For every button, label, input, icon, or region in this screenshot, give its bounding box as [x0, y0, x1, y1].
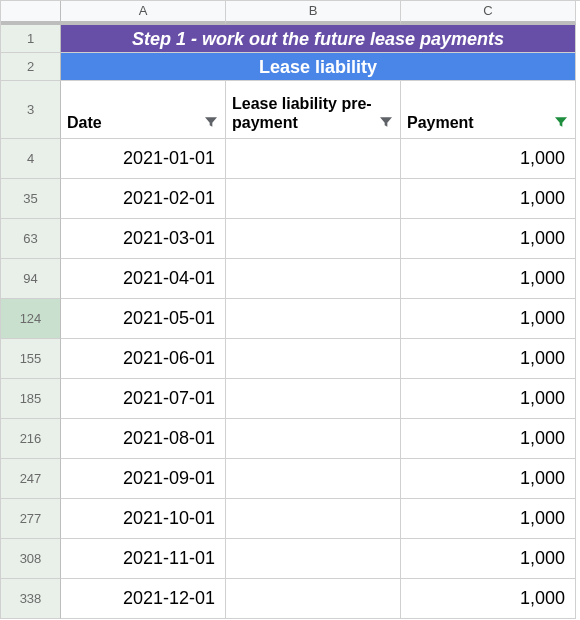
cell-date[interactable]: 2021-05-01: [61, 299, 226, 339]
cell-date[interactable]: 2021-01-01: [61, 139, 226, 179]
cell-payment[interactable]: 1,000: [401, 299, 576, 339]
header-payment-label: Payment: [407, 113, 549, 132]
filter-icon[interactable]: [203, 114, 219, 130]
cell-payment[interactable]: 1,000: [401, 259, 576, 299]
cell-payment[interactable]: 1,000: [401, 459, 576, 499]
cell-pre-payment[interactable]: [226, 419, 401, 459]
filter-icon[interactable]: [378, 114, 394, 130]
table-row: 1552021-06-011,000: [1, 339, 580, 379]
column-header-row: A B C: [1, 1, 580, 25]
table-row: 2162021-08-011,000: [1, 419, 580, 459]
cell-pre-payment[interactable]: [226, 499, 401, 539]
header-date[interactable]: Date: [61, 81, 226, 139]
row-header[interactable]: 63: [1, 219, 61, 259]
cell-date[interactable]: 2021-11-01: [61, 539, 226, 579]
table-row: 942021-04-011,000: [1, 259, 580, 299]
table-row: 2472021-09-011,000: [1, 459, 580, 499]
cell-date[interactable]: 2021-10-01: [61, 499, 226, 539]
table-row: 352021-02-011,000: [1, 179, 580, 219]
cell-date[interactable]: 2021-04-01: [61, 259, 226, 299]
header-pre-payment-label: Lease liability pre-payment: [232, 94, 374, 132]
row-header[interactable]: 124: [1, 299, 61, 339]
cell-payment[interactable]: 1,000: [401, 139, 576, 179]
row-header-1[interactable]: 1: [1, 25, 61, 53]
cell-payment[interactable]: 1,000: [401, 579, 576, 619]
cell-payment[interactable]: 1,000: [401, 419, 576, 459]
header-payment[interactable]: Payment: [401, 81, 576, 139]
cell-date[interactable]: 2021-06-01: [61, 339, 226, 379]
row-header[interactable]: 94: [1, 259, 61, 299]
cell-pre-payment[interactable]: [226, 179, 401, 219]
cell-payment[interactable]: 1,000: [401, 179, 576, 219]
step-title-cell[interactable]: Step 1 - work out the future lease payme…: [61, 25, 576, 53]
header-date-label: Date: [67, 113, 199, 132]
cell-payment[interactable]: 1,000: [401, 499, 576, 539]
spreadsheet: A B C 1 Step 1 - work out the future lea…: [0, 0, 580, 619]
table-row: 3382021-12-011,000: [1, 579, 580, 619]
cell-date[interactable]: 2021-03-01: [61, 219, 226, 259]
cell-pre-payment[interactable]: [226, 259, 401, 299]
cell-pre-payment[interactable]: [226, 579, 401, 619]
cell-pre-payment[interactable]: [226, 339, 401, 379]
cell-payment[interactable]: 1,000: [401, 379, 576, 419]
cell-pre-payment[interactable]: [226, 299, 401, 339]
column-header-c[interactable]: C: [401, 1, 576, 25]
table-row: 1852021-07-011,000: [1, 379, 580, 419]
row-header[interactable]: 247: [1, 459, 61, 499]
row-header[interactable]: 338: [1, 579, 61, 619]
row-header[interactable]: 308: [1, 539, 61, 579]
table-row: 2772021-10-011,000: [1, 499, 580, 539]
row-header-2[interactable]: 2: [1, 53, 61, 81]
row-2: 2 Lease liability: [1, 53, 580, 81]
cell-date[interactable]: 2021-02-01: [61, 179, 226, 219]
cell-pre-payment[interactable]: [226, 139, 401, 179]
cell-payment[interactable]: 1,000: [401, 539, 576, 579]
row-header[interactable]: 277: [1, 499, 61, 539]
row-1: 1 Step 1 - work out the future lease pay…: [1, 25, 580, 53]
column-header-b[interactable]: B: [226, 1, 401, 25]
select-all-corner[interactable]: [1, 1, 61, 25]
row-header[interactable]: 4: [1, 139, 61, 179]
cell-date[interactable]: 2021-09-01: [61, 459, 226, 499]
table-row: 3082021-11-011,000: [1, 539, 580, 579]
row-header[interactable]: 155: [1, 339, 61, 379]
row-header[interactable]: 35: [1, 179, 61, 219]
row-header-3[interactable]: 3: [1, 81, 61, 139]
table-row: 632021-03-011,000: [1, 219, 580, 259]
cell-date[interactable]: 2021-12-01: [61, 579, 226, 619]
row-header[interactable]: 216: [1, 419, 61, 459]
table-row: 1242021-05-011,000: [1, 299, 580, 339]
cell-date[interactable]: 2021-08-01: [61, 419, 226, 459]
data-rows: 42021-01-011,000352021-02-011,000632021-…: [1, 139, 580, 619]
filter-active-icon[interactable]: [553, 114, 569, 130]
cell-pre-payment[interactable]: [226, 379, 401, 419]
column-header-a[interactable]: A: [61, 1, 226, 25]
header-pre-payment[interactable]: Lease liability pre-payment: [226, 81, 401, 139]
lease-liability-subtitle[interactable]: Lease liability: [61, 53, 576, 81]
row-header[interactable]: 185: [1, 379, 61, 419]
cell-date[interactable]: 2021-07-01: [61, 379, 226, 419]
cell-payment[interactable]: 1,000: [401, 219, 576, 259]
row-3: 3 Date Lease liability pre-payment Payme…: [1, 81, 580, 139]
cell-pre-payment[interactable]: [226, 539, 401, 579]
cell-pre-payment[interactable]: [226, 459, 401, 499]
cell-payment[interactable]: 1,000: [401, 339, 576, 379]
cell-pre-payment[interactable]: [226, 219, 401, 259]
table-row: 42021-01-011,000: [1, 139, 580, 179]
